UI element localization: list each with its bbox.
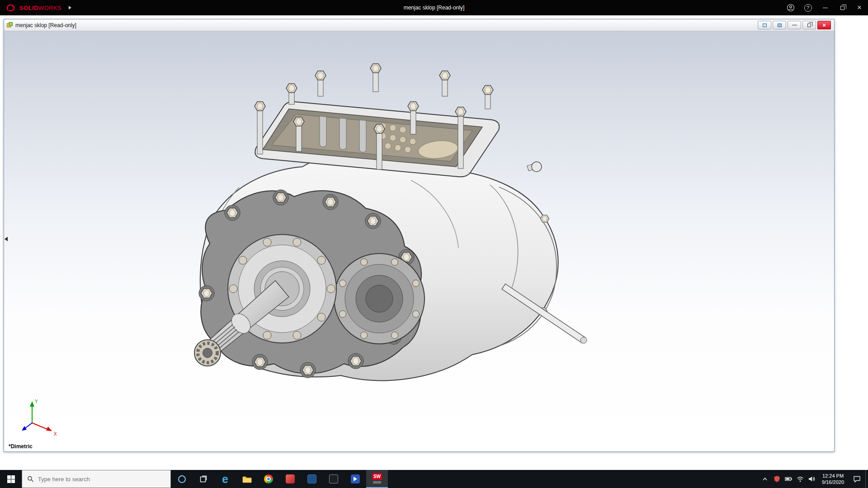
edge-button[interactable]: e: [214, 470, 236, 488]
minimize-icon: [823, 8, 828, 8]
clock-time: 12:24 PM: [822, 473, 844, 479]
document-title-bar[interactable]: menjac sklop [Read-only] ×: [4, 19, 834, 31]
pinned-app-2-icon: [307, 474, 316, 483]
x-axis-arrow-icon: [46, 427, 52, 431]
document-title: menjac sklop [Read-only]: [15, 22, 76, 28]
pinned-app-1-button[interactable]: [279, 470, 301, 488]
edge-icon: e: [222, 474, 228, 485]
hidden-icons-button[interactable]: [759, 470, 771, 488]
cortana-icon: [178, 475, 186, 483]
minimize-icon: [792, 25, 797, 25]
menu-expand-arrow-icon[interactable]: [69, 6, 71, 9]
file-explorer-button[interactable]: [236, 470, 258, 488]
pinned-app-3-icon: [329, 474, 338, 483]
document-window: menjac sklop [Read-only] ×: [4, 19, 835, 452]
speaker-icon: [808, 476, 816, 482]
window-pane-icon: [763, 23, 767, 27]
y-axis-arrow-icon: [30, 401, 34, 407]
gearbox-3d-model[interactable]: [4, 31, 834, 451]
document-window-controls: ×: [758, 21, 832, 29]
show-desktop-button[interactable]: [865, 470, 868, 488]
help-icon: ?: [804, 4, 812, 12]
window-pane-alt-icon: [778, 23, 782, 27]
doc-control-button-2[interactable]: [773, 21, 786, 29]
cortana-button[interactable]: [171, 470, 193, 488]
taskbar-search[interactable]: [22, 470, 171, 488]
task-view-button[interactable]: [193, 470, 214, 488]
brand-text: SOLIDWORKS: [19, 5, 61, 11]
user-icon: [787, 4, 795, 12]
z-axis-arrow-icon: [22, 426, 27, 431]
y-axis-label: Y: [35, 399, 38, 404]
panel-collapse-arrow[interactable]: [5, 237, 8, 241]
battery-icon: [785, 476, 793, 482]
pinned-app-2-button[interactable]: [301, 470, 323, 488]
action-center-button[interactable]: [848, 470, 865, 488]
tray-battery-button[interactable]: [783, 470, 794, 488]
restore-icon: [807, 23, 811, 27]
taskbar: e SW 2020: [0, 470, 868, 488]
secondary-boss-part[interactable]: [334, 253, 425, 344]
brand-text-light: WORKS: [38, 5, 61, 11]
tray-network-button[interactable]: [794, 470, 806, 488]
app-minimize-button[interactable]: [816, 0, 834, 15]
chevron-up-icon: [762, 476, 768, 482]
pinned-app-4-button[interactable]: [344, 470, 366, 488]
graphics-area[interactable]: Y X *Dimetric: [4, 31, 834, 451]
assembly-document-icon: [6, 22, 13, 28]
app-title-bar: SOLIDWORKS menjac sklop [Read-only] ? ×: [0, 0, 868, 15]
view-orientation-label: *Dimetric: [9, 443, 33, 450]
search-icon: [27, 475, 34, 483]
x-axis-label: X: [54, 432, 57, 436]
close-icon: ×: [857, 4, 861, 11]
orientation-triad: Y X: [15, 395, 60, 438]
pinned-app-3-button[interactable]: [323, 470, 344, 488]
action-center-icon: [853, 475, 861, 483]
wifi-icon: [797, 476, 804, 482]
restore-icon: [840, 6, 844, 10]
doc-restore-button[interactable]: [802, 21, 816, 29]
app-restore-button[interactable]: [834, 0, 851, 15]
file-explorer-icon: [242, 475, 252, 483]
solidworks-app-icon: SW: [372, 473, 382, 480]
brand-text-bold: SOLID: [19, 5, 38, 11]
task-view-icon: [199, 475, 208, 483]
tray-shield-button[interactable]: [771, 470, 783, 488]
help-button[interactable]: ?: [799, 0, 816, 15]
app-close-button[interactable]: ×: [851, 0, 868, 15]
tray-volume-button[interactable]: [806, 470, 818, 488]
chrome-icon: [264, 474, 273, 483]
solidworks-brand[interactable]: SOLIDWORKS: [0, 3, 61, 12]
clock-date: 9/16/2020: [822, 479, 844, 485]
taskbar-clock[interactable]: 12:24 PM 9/16/2020: [818, 470, 848, 488]
doc-control-button-1[interactable]: [758, 21, 771, 29]
shield-icon: [774, 475, 780, 483]
solidworks-logo-icon: [5, 3, 16, 12]
media-app-icon: [351, 474, 360, 483]
system-tray: 12:24 PM 9/16/2020: [759, 470, 868, 488]
pinned-app-1-icon: [286, 474, 295, 483]
start-button[interactable]: [0, 470, 22, 488]
doc-close-button[interactable]: ×: [817, 21, 831, 29]
solidworks-year-label: 2020: [373, 480, 381, 484]
account-button[interactable]: [782, 0, 799, 15]
windows-logo-icon: [7, 475, 15, 483]
app-window-controls: ? ×: [782, 0, 868, 15]
search-input[interactable]: [38, 476, 165, 483]
app-window-title: menjac sklop [Read-only]: [404, 5, 465, 11]
doc-minimize-button[interactable]: [788, 21, 801, 29]
close-icon: ×: [822, 22, 826, 28]
solidworks-taskbar-button[interactable]: SW 2020: [366, 470, 388, 488]
chrome-button[interactable]: [258, 470, 279, 488]
